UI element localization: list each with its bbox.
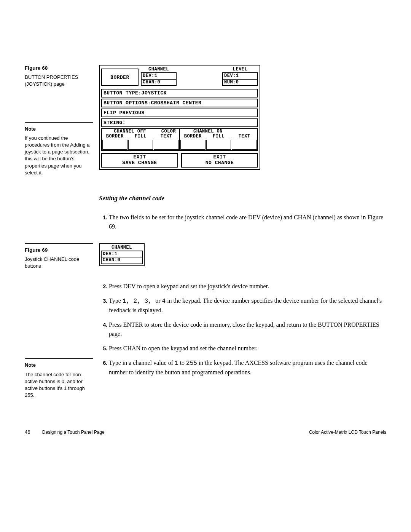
- figure-68-row: Figure 68 BUTTON PROPERTIES (JOYSTICK) p…: [25, 65, 386, 176]
- step-3-code4: 4: [162, 298, 166, 305]
- off-text-label: TEXT: [153, 134, 179, 139]
- step-6a: Type in a channel value of: [109, 359, 175, 366]
- off-fill-button[interactable]: [128, 140, 153, 150]
- on-text-label: TEXT: [231, 134, 257, 139]
- step-6-to: to: [178, 359, 186, 366]
- note-rule: [25, 122, 93, 123]
- step-3-or: or: [155, 297, 162, 304]
- step-3: Type 1, 2, 3, or 4 in the keypad. The de…: [109, 296, 386, 315]
- note-1-title: Note: [25, 126, 93, 133]
- on-fill-button[interactable]: [206, 140, 231, 150]
- exit-no-l1: EXIT: [182, 155, 257, 160]
- level-dev-button[interactable]: DEV:1: [223, 73, 257, 79]
- section-row: Setting the channel code The two fields …: [25, 176, 386, 236]
- figure-69-row: Figure 69 Joystick CHANNEL code buttons …: [25, 243, 386, 270]
- figure-69-panel: CHANNEL DEV:1 CHAN:0: [99, 243, 145, 266]
- figure-69-caption: Joystick CHANNEL code buttons: [25, 256, 93, 270]
- figure-69-label: Figure 69: [25, 247, 93, 254]
- top-row: BORDER CHANNEL DEV:1 CHAN:0 LEVEL DEV: [100, 66, 260, 88]
- step-1: The two fields to be set for the joystic…: [109, 213, 386, 231]
- section-title: Setting the channel code: [99, 195, 386, 202]
- figure-68-side: Figure 68 BUTTON PROPERTIES (JOYSTICK) p…: [25, 65, 99, 176]
- channel-label: CHANNEL: [148, 67, 169, 72]
- exit-save-l1: EXIT: [102, 155, 177, 160]
- note-1-body: If you continued the procedures from the…: [25, 135, 93, 176]
- exit-save-button[interactable]: EXIT SAVE CHANGE: [101, 153, 178, 168]
- exit-save-l2: SAVE CHANGE: [102, 160, 177, 166]
- exit-no-button[interactable]: EXIT NO CHANGE: [181, 153, 258, 168]
- note-2-side: Note The channel code for non-active but…: [25, 358, 99, 399]
- level-box: LEVEL DEV:1 NUM:0: [222, 67, 258, 86]
- figure-69-dev-button[interactable]: DEV:1: [102, 251, 142, 257]
- button-type-row[interactable]: BUTTON TYPE:JOYSTICK: [101, 89, 258, 97]
- channel-chan-button[interactable]: CHAN:0: [142, 79, 176, 86]
- footer-left: Designing a Touch Panel Page: [42, 430, 105, 435]
- level-num-button[interactable]: NUM:0: [223, 79, 257, 86]
- exit-no-l2: NO CHANGE: [182, 160, 257, 166]
- footer-right: Color Active-Matrix LCD Touch Panels: [309, 430, 386, 435]
- channel-box: CHANNEL DEV:1 CHAN:0: [141, 67, 177, 86]
- steps-2-5-row: Press DEV to open a keypad and set the j…: [25, 282, 386, 358]
- flip-row[interactable]: FLIP PREVIOUS: [101, 109, 258, 117]
- figure-68-caption: BUTTON PROPERTIES (JOYSTICK) page: [25, 74, 93, 88]
- on-fill-label: FILL: [206, 134, 232, 139]
- figure-68-diagram-col: BORDER CHANNEL DEV:1 CHAN:0 LEVEL DEV: [99, 65, 386, 170]
- color-off-half: CHANNEL OFF COLOR BORDER FILL TEXT: [101, 128, 180, 150]
- step-6: Type in a channel value of 1 to 255 in t…: [109, 358, 386, 377]
- off-border-button[interactable]: [102, 140, 127, 150]
- step-6-code1: 1: [175, 360, 178, 367]
- step-6-code2: 255: [186, 360, 197, 367]
- button-options-row[interactable]: BUTTON OPTIONS:CROSSHAIR CENTER: [101, 99, 258, 107]
- page: Figure 68 BUTTON PROPERTIES (JOYSTICK) p…: [0, 0, 411, 458]
- on-text-button[interactable]: [232, 140, 257, 150]
- note-2-body: The channel code for non-active buttons …: [25, 371, 93, 399]
- note-2-title: Note: [25, 362, 93, 369]
- on-border-label: BORDER: [180, 134, 206, 139]
- level-label: LEVEL: [233, 67, 248, 72]
- color-row: CHANNEL OFF COLOR BORDER FILL TEXT: [101, 128, 258, 150]
- step-2: Press DEV to open a keypad and set the j…: [109, 282, 386, 291]
- on-border-button[interactable]: [180, 140, 206, 150]
- exit-row: EXIT SAVE CHANGE EXIT NO CHANGE: [101, 153, 258, 168]
- figure-69-rule: [25, 243, 93, 244]
- figure-68-label: Figure 68: [25, 65, 93, 72]
- off-border-label: BORDER: [102, 134, 128, 139]
- step-4: Press ENTER to store the device code in …: [109, 320, 386, 339]
- figure-69-chan-button[interactable]: CHAN:0: [102, 257, 142, 264]
- step-6-row: Note The channel code for non-active but…: [25, 358, 386, 399]
- note-2-rule: [25, 358, 93, 359]
- color-on-half: CHANNEL ON . BORDER FILL TEXT: [179, 128, 258, 150]
- border-button[interactable]: BORDER: [101, 69, 139, 86]
- step-3-codes: 1, 2, 3,: [123, 298, 155, 305]
- string-row[interactable]: STRING:: [101, 118, 258, 127]
- page-number: 46: [25, 429, 30, 435]
- step-3a: Type: [109, 297, 123, 304]
- figure-69-side: Figure 69 Joystick CHANNEL code buttons: [25, 243, 99, 270]
- step-5: Press CHAN to open the keypad and set th…: [109, 344, 386, 353]
- off-text-button[interactable]: [154, 140, 179, 150]
- properties-panel: BORDER CHANNEL DEV:1 CHAN:0 LEVEL DEV: [99, 65, 260, 170]
- figure-69-channel-label: CHANNEL: [101, 245, 143, 250]
- channel-dev-button[interactable]: DEV:1: [142, 73, 176, 79]
- off-fill-label: FILL: [128, 134, 154, 139]
- page-footer: 46 Designing a Touch Panel Page Color Ac…: [25, 429, 386, 435]
